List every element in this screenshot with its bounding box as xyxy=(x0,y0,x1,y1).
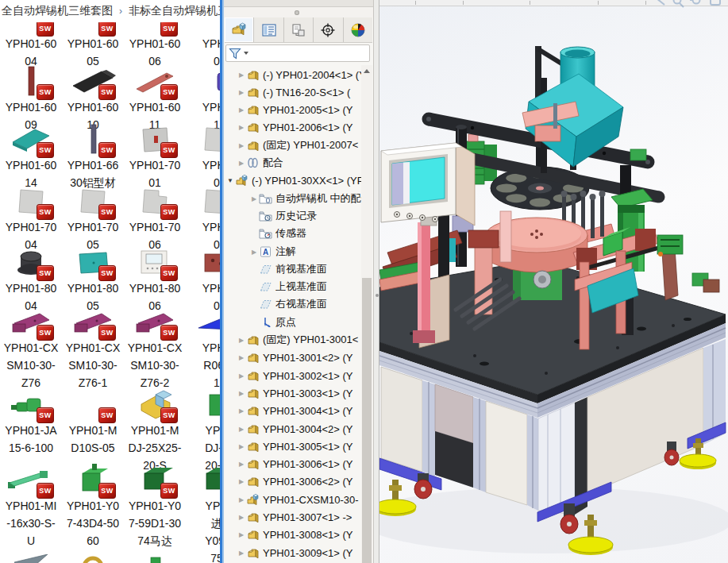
expand-arrow-icon[interactable]: ▶ xyxy=(237,407,246,415)
tree-item[interactable]: ▶YPH01-3004<2> (Y xyxy=(225,420,361,438)
box-darkgreen-thumb-icon xyxy=(194,464,220,497)
part-file-item[interactable]: SWYPH01-MD10S-05 xyxy=(62,386,124,457)
file-explorer-panel: 全自动焊锡机三维套图 › 非标全自动焊锡机三维套 SWYPH01-6004SWY… xyxy=(0,0,220,563)
expand-arrow-icon[interactable]: ▶ xyxy=(249,195,259,202)
expand-arrow-icon[interactable]: ▶ xyxy=(237,461,246,468)
solidworks-badge-icon: SW xyxy=(160,265,178,281)
part-file-item[interactable]: SWYPH01-8005 xyxy=(62,248,124,314)
part-file-item[interactable]: SWYPH00 xyxy=(186,248,220,314)
expand-arrow-icon[interactable]: ▶ xyxy=(237,372,246,380)
3d-viewport[interactable] xyxy=(379,0,728,563)
tab-displaymanager[interactable] xyxy=(344,17,372,42)
tree-item[interactable]: ▶自动焊锡机 中的配合 xyxy=(225,190,361,207)
tree-item[interactable]: ▶(固定) YPH01-2007< xyxy=(225,137,361,154)
tree-item[interactable]: ▶配合 xyxy=(225,154,361,172)
part-file-item[interactable]: SWYPH01-6630铝型材 xyxy=(62,125,124,191)
tree-item[interactable]: ▶YPH01-3004<1> (Y xyxy=(225,402,361,419)
panel-drag-handle[interactable] xyxy=(224,7,373,17)
part-file-item[interactable] xyxy=(124,551,186,563)
expand-arrow-icon[interactable]: ▶ xyxy=(237,124,246,131)
tab-featuremanager[interactable] xyxy=(225,17,254,42)
expand-arrow-icon[interactable]: ▶ xyxy=(237,531,246,538)
expand-arrow-icon[interactable]: ▶ xyxy=(237,443,246,450)
tree-item[interactable]: ▶YPH01-3005<1> (Y xyxy=(225,438,361,455)
tree-item[interactable]: 历史记录 xyxy=(225,207,361,225)
tree-item[interactable]: 原点 xyxy=(225,314,361,331)
filter-funnel-icon xyxy=(229,48,241,60)
expand-arrow-icon[interactable]: ▶ xyxy=(237,514,246,521)
part-thumbnail: SW xyxy=(186,187,220,218)
tree-item[interactable]: 前视基准面 xyxy=(225,260,361,278)
tab-configurationmanager[interactable] xyxy=(284,17,314,42)
expand-arrow-icon[interactable]: ▶ xyxy=(237,496,246,503)
part-file-item[interactable]: SWYPH进Y09-75 xyxy=(186,461,220,563)
part-file-item[interactable]: SWYPH01-8006 xyxy=(124,248,186,314)
expand-arrow-icon[interactable]: ▶ xyxy=(237,160,246,167)
filter-dropdown-caret-icon[interactable] xyxy=(244,52,248,55)
panel-splitter[interactable] xyxy=(373,0,379,563)
expand-arrow-icon[interactable]: ▶ xyxy=(237,89,246,96)
tree-item[interactable]: ▶YPH01-3003<1> (Y xyxy=(225,384,361,402)
tree-item[interactable]: ▶YPH01-3009<1> (Y xyxy=(225,544,361,561)
part-file-item[interactable]: SWYPH0R0611 xyxy=(186,310,220,391)
expand-arrow-icon[interactable]: ▶ xyxy=(237,71,246,79)
part-file-item[interactable]: SWYPH01-CXSM10-30-Z76-2 xyxy=(124,310,186,391)
part-file-item[interactable]: SWYPH01-Y07-59D1-3074马达 xyxy=(124,461,186,550)
expand-arrow-icon[interactable]: ▶ xyxy=(237,106,246,114)
expand-arrow-icon[interactable]: ▶ xyxy=(249,249,259,256)
part-file-item[interactable]: SWYPH01-6014 xyxy=(0,125,62,191)
tree-item[interactable]: ▶YPH01-2005<1> (Y xyxy=(225,101,361,118)
tree-item-label: (-) TN16-20-S<1> ( xyxy=(263,87,350,98)
part-file-item[interactable]: SWYPH01-MI-16x30-S-U xyxy=(0,461,62,550)
breadcrumb-folder[interactable]: 全自动焊锡机三维套图 xyxy=(0,4,114,18)
tree-item[interactable]: ▶YPH01-3008<1> (Y xyxy=(225,526,361,543)
expand-arrow-icon[interactable]: ▶ xyxy=(237,390,246,397)
expand-arrow-icon[interactable]: ▼ xyxy=(225,177,235,184)
scrollbar-thumb[interactable] xyxy=(362,278,372,563)
tree-item[interactable]: ▶YPH01-3006<2> (Y xyxy=(225,472,361,490)
part-file-item[interactable]: SWYPH00 xyxy=(186,125,220,191)
tab-propertymanager[interactable] xyxy=(254,17,283,42)
part-file-item[interactable] xyxy=(62,551,124,563)
expand-arrow-icon[interactable]: ▶ xyxy=(237,354,246,361)
part-file-item[interactable]: SWYPH00 xyxy=(186,187,220,253)
breadcrumb-folder-current[interactable]: 非标全自动焊锡机三维套 xyxy=(127,4,220,18)
tree-item[interactable]: ▶YPH01-3001<2> (Y xyxy=(225,349,361,366)
part-file-item[interactable]: SWYPH01-7006 xyxy=(124,187,186,253)
tree-item[interactable]: ▶YPH01-3002<1> (Y xyxy=(225,367,361,384)
tree-filter-input[interactable] xyxy=(225,44,370,62)
tab-dimxpertmanager[interactable] xyxy=(314,17,343,42)
scrollbar-up-button[interactable] xyxy=(361,65,372,77)
part-thumbnail: SW xyxy=(0,461,62,497)
tree-item[interactable]: 上视基准面 xyxy=(225,278,361,295)
tree-item[interactable]: 传感器 xyxy=(225,225,361,242)
expand-arrow-icon[interactable]: ▶ xyxy=(237,550,246,557)
part-file-item[interactable]: SWYPH01-7005 xyxy=(62,187,124,253)
tree-item[interactable]: 右视基准面 xyxy=(225,295,361,313)
tree-item[interactable]: ▶(固定) YPH01-3001< xyxy=(225,331,361,349)
part-file-item[interactable] xyxy=(0,551,62,563)
part-file-item[interactable]: SWYPH01-JA15-6-100 xyxy=(0,386,62,457)
tree-item[interactable]: ▶YPH01-2006<1> (Y xyxy=(225,118,361,136)
tree-item[interactable]: ▼(-) YPH01-30XX<1> (YP xyxy=(225,172,361,189)
expand-arrow-icon[interactable]: ▶ xyxy=(237,478,246,485)
tree-item[interactable]: ▶(-) YPH01-2004<1> (Y xyxy=(225,66,361,83)
tree-item[interactable]: ▶YPH01-3006<1> (Y xyxy=(225,455,361,472)
part-file-item[interactable] xyxy=(186,551,220,563)
part-thumbnail: SW xyxy=(124,461,186,497)
part-file-item[interactable]: SWYPH01-8004 xyxy=(0,248,62,314)
expand-arrow-icon[interactable]: ▶ xyxy=(237,426,246,433)
expand-arrow-icon[interactable]: ▶ xyxy=(237,142,246,149)
expand-arrow-icon[interactable]: ▶ xyxy=(237,337,246,344)
part-file-item[interactable]: SWYPH01-CXSM10-30-Z76-1 xyxy=(62,310,124,391)
tree-item[interactable]: ▶A注解 xyxy=(225,243,361,260)
tree-item[interactable]: ▶(-) TN16-20-S<1> ( xyxy=(225,83,361,101)
part-file-item[interactable]: SWYPH01-Y07-43D4-5060 xyxy=(62,461,124,550)
tree-scrollbar[interactable] xyxy=(361,65,372,563)
part-file-item[interactable]: SWYPH01-7001 xyxy=(124,125,186,191)
tree-item[interactable]: ▶YPH01-CXSM10-30- xyxy=(225,491,361,508)
part-file-item[interactable]: SWYPH01-7004 xyxy=(0,187,62,253)
part-icon xyxy=(246,351,260,364)
tree-item[interactable]: ▶YPH01-3007<1> -> xyxy=(225,508,361,526)
part-file-item[interactable]: SWYPH01-CXSM10-30-Z76 xyxy=(0,310,62,391)
